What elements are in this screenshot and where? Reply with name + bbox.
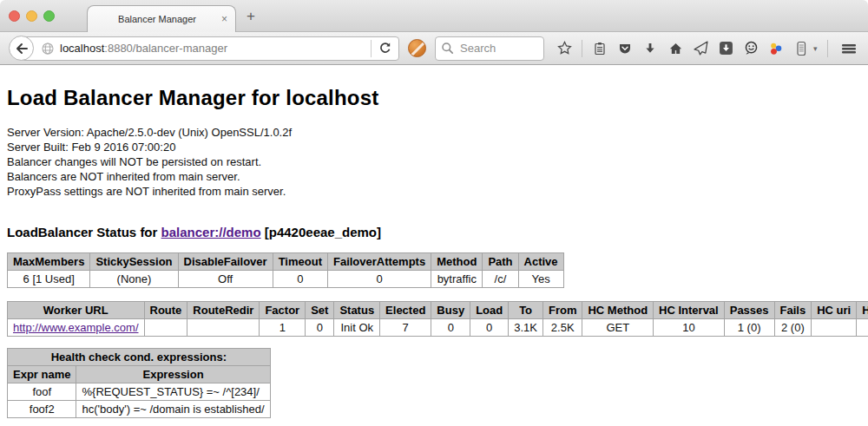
col-hc-uri: HC uri (812, 302, 857, 319)
route-value (144, 319, 187, 337)
url-path: :8880/balancer-manager (104, 42, 227, 55)
urlbar-divider (371, 40, 372, 57)
menu-hamburger-icon[interactable] (841, 41, 857, 56)
balancer-settings-table: MaxMembers StickySession DisableFailover… (7, 252, 564, 288)
home-icon[interactable] (667, 41, 683, 56)
disablefailover-value: Off (178, 271, 273, 288)
from-value: 2.5K (542, 319, 582, 337)
maximize-window-button[interactable] (43, 10, 55, 22)
tab-title: Balancer Manager (118, 14, 205, 24)
worker-header-row: Worker URL Route RouteRedir Factor Set S… (8, 302, 868, 319)
plugin-blocked-icon[interactable] (408, 39, 426, 57)
path-value: /c/ (483, 271, 518, 288)
url-domain: localhost (60, 42, 104, 55)
back-button[interactable] (9, 36, 34, 61)
col-hc-interval: HC Interval (654, 302, 725, 319)
col-route: Route (144, 302, 187, 319)
page-content: Load Balancer Manager for localhost Serv… (0, 86, 868, 426)
stickysession-value: (None) (90, 271, 178, 288)
col-load: Load (470, 302, 509, 319)
server-info: Server Version: Apache/2.5.0-dev (Unix) … (7, 125, 868, 199)
back-arrow-icon (14, 41, 30, 56)
close-window-button[interactable] (9, 10, 20, 22)
busy-value: 0 (431, 319, 470, 337)
status-heading-suffix: [p4420eeae_demo] (261, 225, 381, 239)
new-tab-button[interactable]: + (247, 8, 255, 25)
balancer-demo-link[interactable]: balancer://demo (161, 225, 261, 239)
col-failoverattempts: FailoverAttempts (327, 253, 431, 271)
smiley-feedback-icon[interactable] (743, 41, 759, 56)
maxmembers-value: 6 [1 Used] (8, 271, 90, 288)
col-elected: Elected (380, 302, 431, 319)
load-value: 0 (470, 319, 509, 337)
reload-button[interactable] (377, 42, 398, 55)
to-value: 3.1K (509, 319, 543, 337)
balancers-inherit-line: Balancers are NOT inherited from main se… (7, 169, 868, 184)
col-active: Active (518, 253, 563, 271)
reload-icon (378, 42, 391, 55)
loadbalancer-status-heading: LoadBalancer Status for balancer://demo … (7, 225, 868, 239)
col-expr-name: Expr name (8, 366, 76, 383)
status-heading-prefix: LoadBalancer Status for (7, 225, 161, 239)
hc-interval-value: 10 (654, 319, 725, 337)
col-routeredir: RouteRedir (187, 302, 260, 319)
col-timeout: Timeout (273, 253, 327, 271)
minimize-window-button[interactable] (26, 10, 37, 22)
col-worker-url: Worker URL (8, 302, 145, 319)
expression-foof2: hc('body') =~ /domain is established/ (76, 401, 270, 418)
address-text[interactable]: localhost:8880/balancer-manager (60, 42, 365, 55)
balancer-data-row: 6 [1 Used] (None) Off 0 0 bytraffic /c/ … (8, 271, 564, 288)
worker-url-link[interactable]: http://www.example.com/ (13, 321, 139, 334)
hc-title-row: Health check cond. expressions: (8, 349, 271, 366)
title-bar: Balancer Manager × + (0, 0, 868, 32)
clipboard-icon[interactable] (592, 41, 608, 56)
window-controls (9, 10, 55, 22)
col-status: Status (334, 302, 380, 319)
browser-window: Balancer Manager × + localhost:8880/bala… (0, 0, 868, 426)
hc-method-value: GET (582, 319, 654, 337)
send-plane-icon[interactable] (693, 41, 708, 56)
balancer-header-row: MaxMembers StickySession DisableFailover… (8, 253, 564, 271)
set-value: 0 (306, 319, 334, 337)
hc-table-title: Health check cond. expressions: (8, 349, 271, 366)
routeredir-value (187, 319, 260, 337)
hc-row-foof: foof %{REQUEST_STATUS} =~ /^[234]/ (8, 383, 271, 401)
hc-uri-value (812, 319, 857, 337)
addon-dots-icon[interactable] (768, 41, 784, 56)
hc-row-foof2: foof2 hc('body') =~ /domain is establish… (8, 401, 271, 418)
active-value: Yes (518, 271, 563, 288)
downloads-icon[interactable] (642, 41, 658, 56)
extension-icon[interactable] (793, 41, 809, 56)
col-path: Path (483, 253, 518, 271)
worker-url-cell: http://www.example.com/ (8, 319, 145, 337)
fails-value: 2 (0) (774, 319, 812, 337)
url-bar[interactable]: localhost:8880/balancer-manager (21, 36, 399, 61)
extension-dropdown-caret[interactable]: ▾ (813, 44, 818, 53)
status-value: Init Ok (334, 319, 380, 337)
health-check-table: Health check cond. expressions: Expr nam… (7, 348, 271, 418)
pocket-icon[interactable] (617, 41, 633, 56)
tab-close-icon[interactable]: × (221, 13, 227, 25)
col-maxmembers: MaxMembers (8, 253, 90, 271)
expr-name-foof: foof (8, 383, 76, 401)
col-to: To (509, 302, 543, 319)
hc-expr-value: foof2 (857, 319, 868, 337)
search-input[interactable] (458, 41, 536, 56)
page-title: Load Balancer Manager for localhost (7, 86, 868, 110)
worker-status-table: Worker URL Route RouteRedir Factor Set S… (7, 301, 868, 337)
video-downloader-icon[interactable] (718, 41, 733, 56)
col-expression: Expression (76, 366, 270, 383)
toolbar-icons: ▾ (556, 40, 868, 57)
server-version-line: Server Version: Apache/2.5.0-dev (Unix) … (7, 125, 868, 140)
col-busy: Busy (431, 302, 470, 319)
persist-warning-line: Balancer changes will NOT be persisted o… (7, 154, 868, 169)
col-passes: Passes (724, 302, 774, 319)
passes-value: 1 (0) (724, 319, 774, 337)
col-stickysession: StickySession (90, 253, 178, 271)
elected-value: 7 (380, 319, 431, 337)
search-bar[interactable] (435, 36, 544, 61)
factor-value: 1 (260, 319, 306, 337)
col-hc-method: HC Method (582, 302, 654, 319)
tab-balancer-manager[interactable]: Balancer Manager × (87, 5, 236, 32)
bookmark-star-icon[interactable] (556, 41, 572, 56)
